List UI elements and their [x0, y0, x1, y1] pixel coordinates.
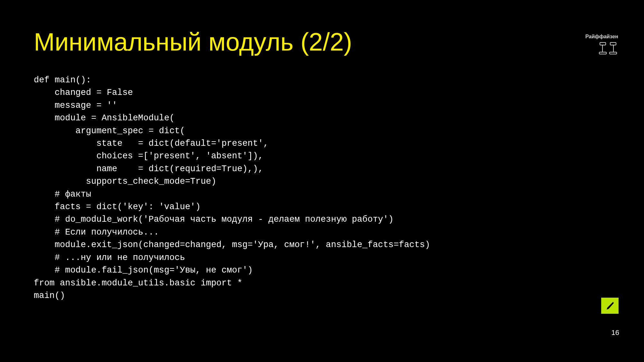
code-content: def main(): changed = False message = ''… [34, 74, 430, 302]
svg-rect-0 [600, 42, 606, 45]
slide-title: Минимальный модуль (2/2) [34, 27, 352, 57]
brand-logo-text: Райффайзен [585, 34, 618, 40]
svg-rect-5 [610, 52, 617, 54]
feather-icon [601, 298, 619, 314]
brand-logo-icon [598, 41, 618, 56]
page-number: 16 [611, 329, 619, 337]
svg-rect-4 [599, 52, 606, 54]
svg-rect-1 [610, 42, 616, 45]
